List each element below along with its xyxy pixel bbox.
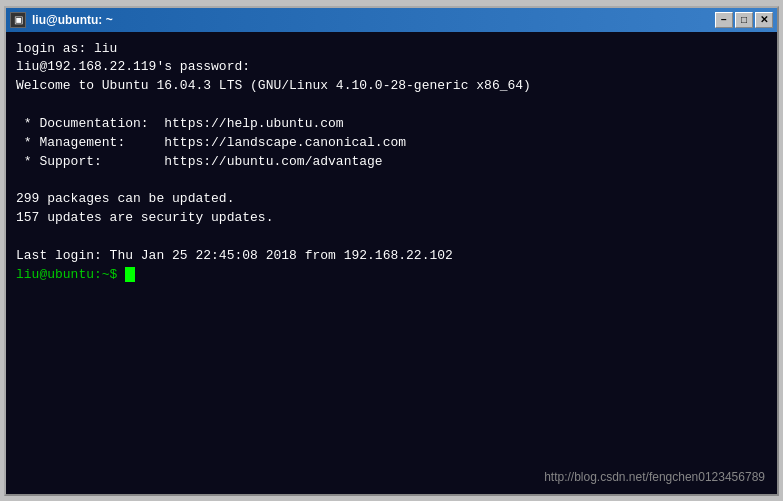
line-lastlogin: Last login: Thu Jan 25 22:45:08 2018 fro… bbox=[16, 248, 453, 263]
window-controls: − □ ✕ bbox=[715, 12, 773, 28]
line-welcome: Welcome to Ubuntu 16.04.3 LTS (GNU/Linux… bbox=[16, 78, 531, 93]
close-button[interactable]: ✕ bbox=[755, 12, 773, 28]
terminal-window: ▣ liu@ubuntu: ~ − □ ✕ login as: liu liu@… bbox=[4, 6, 779, 496]
title-bar-left: ▣ liu@ubuntu: ~ bbox=[10, 12, 113, 28]
line-login: login as: liu bbox=[16, 41, 117, 56]
line-doc: * Documentation: https://help.ubuntu.com bbox=[16, 116, 344, 131]
window-title: liu@ubuntu: ~ bbox=[32, 13, 113, 27]
line-updates: 157 updates are security updates. bbox=[16, 210, 273, 225]
line-prompt: liu@ubuntu:~$ bbox=[16, 267, 125, 282]
watermark-text: http://blog.csdn.net/fengchen0123456789 bbox=[544, 470, 765, 484]
title-bar: ▣ liu@ubuntu: ~ − □ ✕ bbox=[6, 8, 777, 32]
terminal-output: login as: liu liu@192.168.22.119's passw… bbox=[16, 40, 767, 285]
line-support: * Support: https://ubuntu.com/advantage bbox=[16, 154, 383, 169]
terminal-cursor bbox=[125, 267, 135, 282]
maximize-button[interactable]: □ bbox=[735, 12, 753, 28]
window-icon: ▣ bbox=[10, 12, 26, 28]
line-password: liu@192.168.22.119's password: bbox=[16, 59, 250, 74]
terminal-body[interactable]: login as: liu liu@192.168.22.119's passw… bbox=[6, 32, 777, 494]
minimize-button[interactable]: − bbox=[715, 12, 733, 28]
line-packages: 299 packages can be updated. bbox=[16, 191, 234, 206]
line-mgmt: * Management: https://landscape.canonica… bbox=[16, 135, 406, 150]
